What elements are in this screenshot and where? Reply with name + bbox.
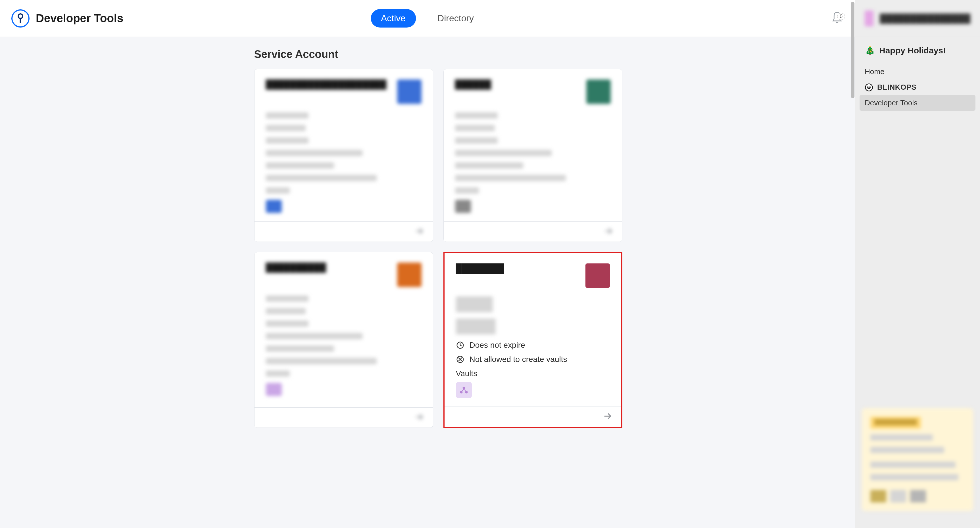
card-title: ████████████████████	[266, 79, 387, 89]
cards-grid: ████████████████████████████████████████…	[146, 69, 709, 428]
open-card-button[interactable]	[604, 226, 614, 237]
expire-label: Does not expire	[469, 341, 525, 350]
tab-group: Active Directory	[371, 9, 484, 27]
section-title: Service Account	[146, 48, 709, 60]
service-account-card[interactable]: ██████	[444, 69, 622, 242]
card-avatar	[586, 79, 611, 104]
notifications-button[interactable]: 0	[831, 11, 843, 26]
card-footer	[445, 406, 621, 427]
top-bar: Developer Tools Active Directory 0	[0, 0, 855, 37]
card-footer	[255, 407, 433, 428]
holidays-text: Happy Holidays!	[879, 46, 946, 55]
content-area: Service Account ████████████████████████…	[0, 37, 855, 528]
app-logo-icon	[11, 10, 30, 27]
open-card-button[interactable]	[603, 411, 613, 422]
nav-home-label: Home	[865, 67, 884, 76]
promo-card[interactable]	[862, 408, 973, 511]
service-account-card[interactable]: ██████████	[254, 252, 433, 428]
nav-home[interactable]: Home	[855, 64, 980, 79]
svg-point-7	[865, 84, 873, 91]
svg-rect-1	[20, 17, 21, 23]
card-title: ████████	[456, 263, 504, 273]
user-name: ███████████████	[880, 14, 970, 23]
arrow-right-icon	[604, 226, 614, 236]
vault-icon[interactable]	[456, 382, 472, 398]
vault-permission-label: Not allowed to create vaults	[469, 355, 567, 364]
svg-point-9	[869, 86, 871, 88]
card-footer	[255, 221, 433, 242]
svg-point-8	[867, 86, 869, 88]
promo-tag	[870, 417, 921, 429]
arrow-right-icon	[415, 412, 425, 422]
card-avatar	[585, 263, 610, 288]
sidebar: ███████████████ 🎄 Happy Holidays! Home B…	[855, 0, 980, 528]
arrow-right-icon	[415, 226, 425, 236]
expire-info: Does not expire	[456, 341, 610, 350]
user-avatar	[865, 11, 873, 26]
open-card-button[interactable]	[415, 412, 425, 423]
vaults-label: Vaults	[456, 369, 610, 378]
vault-icon	[266, 383, 282, 396]
nav-org[interactable]: BLINKOPS	[855, 79, 980, 95]
vault-icon	[266, 200, 282, 213]
card-title: ██████████	[266, 263, 326, 272]
holidays-banner: 🎄 Happy Holidays!	[855, 45, 980, 64]
notifications-count: 0	[837, 13, 845, 20]
blocked-icon	[456, 355, 465, 364]
org-icon	[865, 83, 873, 92]
scrollbar[interactable]	[851, 0, 855, 528]
service-account-card[interactable]: ████████████████████	[254, 69, 433, 242]
tree-icon: 🎄	[865, 45, 875, 55]
vault-permission-info: Not allowed to create vaults	[456, 355, 610, 364]
nav-org-label: BLINKOPS	[877, 83, 916, 92]
arrow-right-icon	[603, 411, 613, 421]
card-title: ██████	[455, 79, 492, 89]
sidebar-header[interactable]: ███████████████	[855, 0, 980, 37]
service-account-card[interactable]: ████████Does not expireNot allowed to cr…	[444, 252, 622, 428]
card-footer	[444, 221, 622, 242]
card-avatar	[397, 263, 422, 287]
brand: Developer Tools	[11, 10, 123, 27]
svg-point-4	[463, 387, 465, 389]
page-title: Developer Tools	[36, 12, 123, 25]
tab-active[interactable]: Active	[371, 9, 416, 27]
tab-directory[interactable]: Directory	[427, 9, 484, 27]
vault-icon	[455, 200, 471, 213]
card-avatar	[397, 79, 422, 104]
nav-developer-tools[interactable]: Developer Tools	[859, 95, 975, 111]
nav-dev-tools-label: Developer Tools	[865, 98, 918, 107]
clock-icon	[456, 341, 465, 349]
open-card-button[interactable]	[415, 226, 425, 237]
